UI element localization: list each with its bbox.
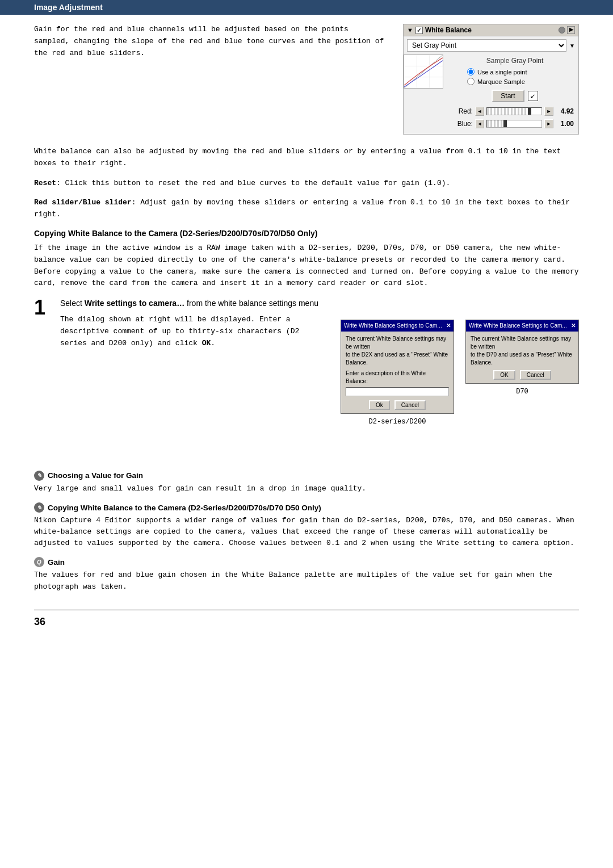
sample-gray-label: Sample Gray Point — [456, 57, 574, 65]
dialog-d70-line2: to the D70 and used as a "Preset" White … — [471, 351, 574, 367]
red-slider-right-btn[interactable]: ► — [544, 107, 553, 116]
dialog-d2-line1: The current White Balance settings may b… — [346, 335, 449, 351]
dialog-d70-group: Write White Balance Settings to Cam... ✕… — [465, 320, 579, 397]
dialog-d2-ok[interactable]: Ok — [369, 400, 390, 410]
dialog-d2-body: The current White Balance settings may b… — [341, 332, 454, 413]
blue-slider-track[interactable] — [486, 120, 542, 128]
dialog-d70-titlebar: Write White Balance Settings to Cam... ✕ — [466, 320, 578, 332]
dialogs-row: Write White Balance Settings to Cam... ✕… — [341, 320, 579, 427]
red-slider-label: Red: — [456, 107, 473, 115]
bottom-hr — [34, 610, 579, 610]
copy-paragraph: If the image in the active window is a R… — [34, 242, 579, 290]
wb-panel-titlebar: ▼ ✓ White Balance ▶ — [404, 24, 578, 36]
check-icon: ▼ — [407, 27, 413, 33]
radio-marquee[interactable] — [467, 78, 475, 85]
red-slider-track[interactable] — [486, 107, 542, 115]
blue-slider-left-btn[interactable]: ◄ — [475, 119, 484, 128]
wb-dropdown[interactable]: Set Gray Point — [407, 39, 566, 52]
note1-header: ✎ Choosing a Value for Gain — [34, 471, 579, 481]
dialog-d2-caption: D2-series/D200 — [369, 417, 426, 427]
red-slider-fill — [487, 108, 531, 115]
dialog-d2-close[interactable]: ✕ — [446, 321, 451, 330]
note3-icon: Q — [34, 557, 44, 567]
start-button[interactable]: Start — [492, 90, 524, 102]
dialog-d2-input[interactable] — [346, 387, 449, 396]
note2-section: ✎ Copying White Balance to the Camera (D… — [34, 502, 579, 549]
radio-row-single: Use a single point — [456, 68, 574, 76]
step-title-suffix: from the white balance settings menu — [184, 299, 318, 308]
start-row: Start ↙ — [456, 90, 574, 102]
reset-term: Reset — [34, 179, 56, 187]
page-container: Image Adjustment Gain for the red and bl… — [0, 0, 613, 868]
wb-body: Sample Gray Point Use a single point Mar… — [451, 54, 578, 134]
dialog-d2-btn-row: Ok Cancel — [346, 400, 449, 410]
step-body-prefix: The dialog shown at right will be displa… — [60, 315, 299, 347]
dialog-d2-group: Write White Balance Settings to Cam... ✕… — [341, 320, 454, 427]
spacer — [34, 437, 579, 471]
note2-text: Nikon Capture 4 Editor supports a wider … — [34, 515, 579, 549]
wb-panel-body-row: Sample Gray Point Use a single point Mar… — [404, 54, 578, 134]
dialog-d2-input-label: Enter a description of this White Balanc… — [346, 370, 449, 385]
dialog-d2-cancel[interactable]: Cancel — [394, 400, 426, 410]
note2-icon: ✎ — [34, 502, 44, 513]
intro-paragraph: Gain for the red and blue channels will … — [34, 24, 386, 59]
intro-text: Gain for the red and blue channels will … — [34, 24, 386, 135]
note3-heading: Gain — [48, 558, 65, 567]
dialog-d2: Write White Balance Settings to Cam... ✕… — [341, 320, 454, 414]
red-slider-thumb — [528, 108, 531, 115]
red-slider-left-btn[interactable]: ◄ — [475, 107, 484, 116]
blue-slider-value: 1.00 — [556, 120, 574, 128]
red-blue-term: Red slider/Blue slider — [34, 198, 132, 207]
step-body: The dialog shown at right will be displa… — [60, 314, 579, 427]
step-body-text: The dialog shown at right will be displa… — [60, 314, 329, 349]
dialog-d70-caption: D70 — [516, 387, 528, 397]
wb-circle-icon — [559, 27, 565, 33]
step-content: Select Write settings to camera… from th… — [60, 297, 579, 427]
note3-header: Q Gain — [34, 557, 579, 567]
tone-curves-area — [404, 54, 443, 89]
radio-row-marquee: Marquee Sample — [456, 78, 574, 85]
step-number: 1 — [34, 297, 51, 427]
wb-dropdown-row: Set Gray Point ▼ — [404, 36, 578, 54]
reset-paragraph: Reset: Click this button to reset the re… — [34, 178, 579, 190]
dialog-d70-close[interactable]: ✕ — [571, 321, 576, 330]
blue-slider-thumb — [503, 120, 507, 127]
dialog-d70-line1: The current White Balance settings may b… — [471, 335, 574, 351]
wb-title-icons: ▶ — [559, 26, 575, 34]
note1-heading: Choosing a Value for Gain — [48, 471, 143, 480]
note3-text: The values for red and blue gain chosen … — [34, 569, 579, 592]
red-slider-value: 4.92 — [556, 107, 574, 115]
cursor-icon: ↙ — [528, 91, 538, 101]
section-header-title: Image Adjustment — [34, 3, 103, 12]
note1-icon: ✎ — [34, 471, 44, 481]
dialog-d2-titlebar: Write White Balance Settings to Cam... ✕ — [341, 320, 454, 332]
step-text: The dialog shown at right will be displa… — [60, 314, 329, 427]
note2-text-prefix: Nikon Capture 4 Editor supports a wider … — [34, 516, 574, 547]
dialog-d70-title: Write White Balance Settings to Cam... — [469, 321, 567, 330]
dialog-d70-ok[interactable]: OK — [493, 370, 515, 380]
note2-heading: Copying White Balance to the Camera (D2-… — [48, 504, 321, 512]
reset-text: : Click this button to reset the red and… — [56, 179, 450, 187]
copy-heading: Copying White Balance to the Camera (D2-… — [34, 229, 579, 238]
dialog-d2-title: Write White Balance Settings to Cam... — [344, 321, 442, 330]
step-body-bold: OK — [202, 339, 211, 347]
note2-header: ✎ Copying White Balance to the Camera (D… — [34, 502, 579, 513]
wb-panel-title: White Balance — [425, 26, 472, 34]
dialog-d70-cancel[interactable]: Cancel — [520, 370, 551, 380]
step-title-prefix: Select — [60, 299, 85, 308]
page-number: 36 — [34, 616, 45, 627]
radio-single-point[interactable] — [467, 68, 475, 76]
red-blue-paragraph: Red slider/Blue slider: Adjust gain by m… — [34, 197, 579, 221]
blue-slider-right-btn[interactable]: ► — [544, 119, 553, 128]
radio-single-label: Use a single point — [477, 69, 527, 76]
wb-panel: ▼ ✓ White Balance ▶ Set Gray Point ▼ — [403, 24, 579, 135]
paragraph1: White balance can also be adjusted by mo… — [34, 146, 579, 170]
wb-title-left: ▼ ✓ White Balance — [407, 26, 472, 34]
note3-section: Q Gain The values for red and blue gain … — [34, 557, 579, 592]
dialog-d70-btn-row: OK Cancel — [471, 370, 574, 380]
dialog-d70: Write White Balance Settings to Cam... ✕… — [465, 320, 579, 384]
wb-dropdown-arrow: ▼ — [569, 43, 575, 49]
wb-checkbox: ✓ — [415, 27, 423, 34]
step-container: 1 Select Write settings to camera… from … — [34, 297, 579, 427]
note1-section: ✎ Choosing a Value for Gain Very large a… — [34, 471, 579, 494]
